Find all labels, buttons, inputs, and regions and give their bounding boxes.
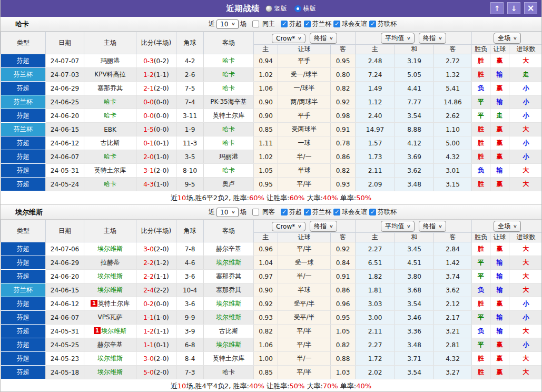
handicap-cell: 平手 [278,54,331,68]
wdl-result-cell: 胜 [472,242,490,256]
same-venue-checkbox[interactable] [252,209,259,215]
match-row: 芬超24-07-07玛丽港0-3(0-2)4-2哈卡0.94平手0.952.48… [1,54,542,68]
avg-draw-odds-cell: 3.80 [395,270,434,283]
league-checkbox-finnish-premier[interactable] [281,209,288,215]
chevron-down-icon: ∨ [513,224,517,229]
vertical-layout-radio[interactable]: 竖版 [265,4,287,13]
away-odds-cell: 0.86 [331,150,356,164]
goals-result-cell: 大 [509,242,542,256]
avg-away-odds-cell: 5.00 [434,136,472,150]
full-time-score: 2-0 [143,153,154,161]
handicap-cell: 半球 [278,283,331,297]
away-team-cell: 英特土尔库 [204,352,254,366]
avg-home-odds-cell: 2.11 [356,325,395,338]
league-checkbox-club-friendly[interactable] [333,209,340,215]
close-button[interactable]: × [524,2,537,14]
wdl-result-cell: 负 [472,325,490,338]
move-up-button[interactable]: ↑ [490,2,504,14]
league-checkbox-finnish-cup[interactable] [304,209,311,215]
wdl-result-cell: 负 [472,283,490,297]
league-checkbox-finnish-league-cup[interactable] [369,21,376,27]
col-header-away: 客场 [204,32,254,54]
match-count-select[interactable]: 10∨ [216,208,239,217]
home-team-name: EBK [104,126,116,133]
away-odds-cell: 1.03 [331,366,356,379]
home-odds-cell: 0.90 [254,283,278,297]
handicap-cell: 平/半 [278,242,331,256]
avg-home-odds-cell: 2.40 [356,109,395,123]
bookmaker-select[interactable]: Crow*∨ [272,222,306,231]
half-time-score: (0-0) [154,99,169,106]
handicap-cell: 一/球半 [278,82,331,95]
league-checkbox-finnish-cup[interactable] [304,21,311,27]
chevron-down-icon: ∨ [231,210,235,214]
avg-away-odds-cell: 3.62 [434,283,472,297]
final-odds-select[interactable]: 终指∨ [310,33,337,44]
full-match-select[interactable]: 全场∨ [494,33,521,44]
subheader-wdl: 胜负 [472,45,490,54]
date-cell: 24-06-29 [46,82,84,95]
match-count-select[interactable]: 10∨ [216,19,239,29]
away-team-cell: 埃尔维斯 [204,311,254,325]
date-cell: 24-05-31 [46,325,84,338]
average-odds-select[interactable]: 平均值∨ [381,33,415,44]
full-time-score: 3-0 [143,246,154,253]
subheader-goals-result: 进球数 [509,233,542,242]
away-team-name: 奥卢 [222,180,235,188]
avg-draw-odds-cell: 3.62 [395,164,434,178]
away-team-name: 哈卡 [222,84,235,92]
wdl-result-cell: 平 [472,338,490,352]
away-team-name: 哈卡 [222,139,235,146]
away-team-name: 哈卡 [222,71,235,78]
full-time-score: 2-1 [143,85,154,92]
away-odds-cell: 0.88 [331,352,356,366]
league-type-badge: 芬超 [1,338,46,352]
full-time-score: 0-0 [143,112,154,120]
avg-draw-odds-cell: 4.51 [395,256,434,270]
avg-draw-odds-cell: 3.36 [395,325,434,338]
titlebar: 近期战绩 竖版 横版 ↑ ↓ × [1,0,541,17]
same-venue-checkbox[interactable] [252,21,259,27]
corners-cell: 7-3 [176,366,204,379]
away-team-name: 埃尔维斯 [216,300,241,307]
handicap-result-cell: 输 [490,164,509,178]
league-checkbox-club-friendly[interactable] [333,21,340,27]
section-header-haka: 哈卡 近 10∨ 场 同主 芬超 芬兰杯 球会友谊 芬联杯 [1,17,541,32]
away-team-cell: 哈卡 [204,68,254,82]
bookmaker-select[interactable]: Crow*∨ [272,34,306,43]
goals-result-cell: 小 [509,95,542,109]
chevron-down-icon: ∨ [298,224,302,229]
handicap-result-cell: 赢 [490,136,509,150]
avg-home-odds-cell: 2.09 [356,178,395,191]
goals-result-cell: 大 [509,366,542,379]
final-odds-select-2[interactable]: 终指∨ [419,33,446,44]
match-row: 芬超24-06-07哈卡2-0(1-0)3-5玛丽港1.02半/一0.861.7… [1,150,542,164]
avg-away-odds-cell: 2.72 [434,54,472,68]
full-time-score: 1-1 [143,341,154,349]
avg-away-odds-cell: 2.81 [434,338,472,352]
half-time-score: (2-0) [154,85,169,92]
horizontal-layout-radio[interactable]: 横版 [294,4,316,13]
avg-away-odds-cell: 2.17 [434,311,472,325]
league-type-badge: 芬兰杯 [1,68,46,82]
league-type-badge: 芬超 [1,366,46,379]
final-odds-select[interactable]: 终指∨ [310,221,337,232]
home-team-name: 哈卡 [104,153,116,160]
handicap-cell: 一球 [278,136,331,150]
recent-results-panel: 近期战绩 竖版 横版 ↑ ↓ × 哈卡 近 10∨ 场 同主 芬超 芬兰杯 [0,0,542,392]
move-down-button[interactable]: ↓ [507,2,520,14]
date-cell: 24-06-15 [46,283,84,297]
handicap-result-cell: 赢 [490,352,509,366]
avg-away-odds-cell: 1.32 [434,68,472,82]
home-team-name: VPS瓦萨 [97,313,122,321]
handicap-cell: 平/半 [278,338,331,352]
final-odds-select-2[interactable]: 终指∨ [419,221,446,232]
wdl-result-cell: 平 [472,311,490,325]
chevron-down-icon: ∨ [298,36,302,41]
average-odds-select[interactable]: 平均值∨ [381,221,415,232]
league-checkbox-finnish-league-cup[interactable] [369,209,376,215]
handicap-cell: 平/半 [278,366,331,379]
full-match-select[interactable]: 全场∨ [494,221,521,232]
league-checkbox-finnish-premier[interactable] [281,21,288,27]
subheader-home-odds: 主 [254,233,278,242]
